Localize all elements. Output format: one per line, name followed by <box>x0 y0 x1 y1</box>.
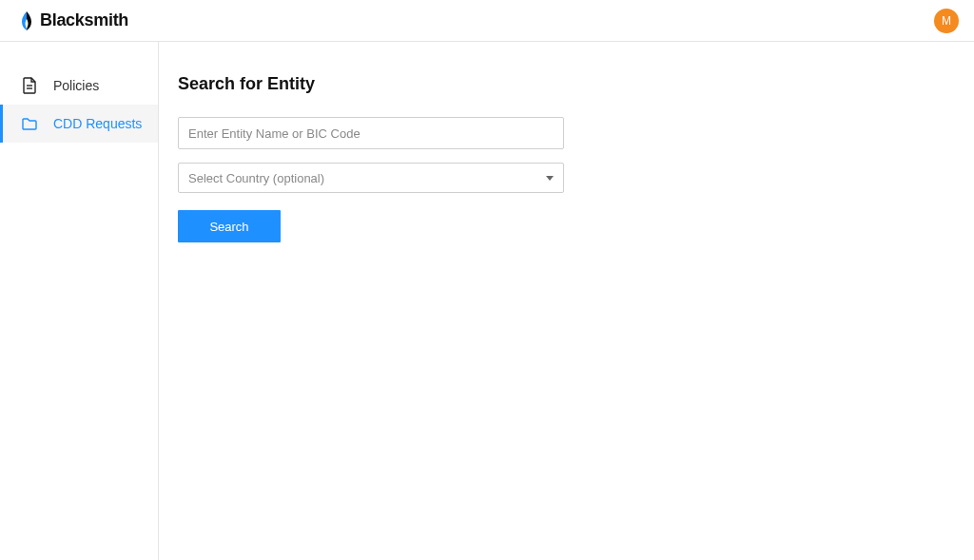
layout: Policies CDD Requests Search for Entity … <box>0 42 974 560</box>
sidebar-item-label: CDD Requests <box>53 116 142 131</box>
search-button[interactable]: Search <box>178 210 281 242</box>
country-select-placeholder: Select Country (optional) <box>188 171 324 185</box>
avatar-initial: M <box>942 14 951 28</box>
brand-name: Blacksmith <box>40 10 128 30</box>
country-select[interactable]: Select Country (optional) <box>178 163 564 193</box>
chevron-down-icon <box>546 176 554 181</box>
app-header: Blacksmith M <box>0 0 974 42</box>
sidebar: Policies CDD Requests <box>0 42 159 560</box>
document-icon <box>21 77 38 94</box>
folder-icon <box>21 115 38 132</box>
country-select-row: Select Country (optional) <box>178 163 955 193</box>
brand: Blacksmith <box>19 10 128 30</box>
main-content: Search for Entity Select Country (option… <box>159 42 974 560</box>
entity-name-input[interactable] <box>178 117 564 149</box>
entity-input-row <box>178 117 955 149</box>
sidebar-item-policies[interactable]: Policies <box>0 67 158 105</box>
page-title: Search for Entity <box>178 74 955 94</box>
flame-icon <box>19 11 34 30</box>
user-avatar[interactable]: M <box>934 9 959 33</box>
sidebar-item-label: Policies <box>53 78 99 93</box>
search-button-label: Search <box>209 220 248 234</box>
sidebar-item-cdd-requests[interactable]: CDD Requests <box>0 105 158 143</box>
